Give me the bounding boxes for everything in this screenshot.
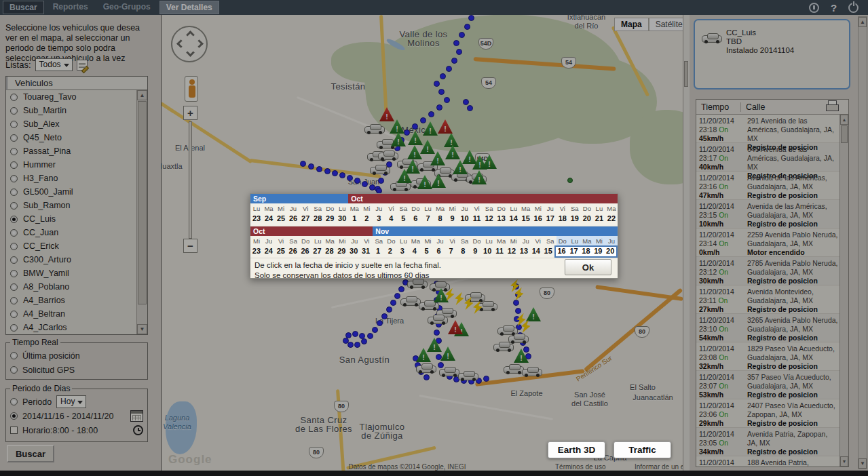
position-row[interactable]: 11/20/201423:07 On53km/h357 Paseo Vía Ac…: [696, 371, 839, 399]
calendar-icon[interactable]: [130, 410, 143, 422]
position-row[interactable]: 11/20/201423:17 On40km/h645 Avenida de l…: [696, 143, 839, 172]
power-icon[interactable]: [848, 3, 858, 13]
map-type-satelite[interactable]: Satélite: [649, 18, 683, 31]
calendar-date-cell[interactable]: 22: [605, 213, 618, 225]
table-scrollbar[interactable]: ▲ ▼: [839, 115, 848, 467]
radio-icon[interactable]: [10, 398, 18, 405]
tab-reportes[interactable]: Reportes: [47, 1, 94, 14]
vehicle-item[interactable]: Sub_Alex: [6, 117, 136, 131]
panel-scrollbar[interactable]: ▲ ▼: [858, 16, 867, 469]
vehicle-radio-icon[interactable]: [10, 216, 18, 223]
calendar-date-cell[interactable]: 6: [433, 245, 445, 258]
zoom-in-button[interactable]: +: [183, 106, 197, 120]
buscar-button[interactable]: Buscar: [7, 445, 54, 462]
vehicle-item[interactable]: C300_Arturo: [6, 253, 136, 266]
calendar-date-cell[interactable]: 5: [421, 245, 433, 258]
ultima-posicion-option[interactable]: Última posición: [10, 349, 143, 363]
vehicle-item[interactable]: Passat_Pina: [6, 144, 136, 158]
scrollbar-thumb[interactable]: [684, 61, 688, 87]
notifications-icon[interactable]: [809, 3, 819, 13]
zoom-slider[interactable]: [189, 121, 192, 239]
calendar-date-cell[interactable]: 24: [263, 245, 275, 258]
zoom-out-button[interactable]: −: [183, 239, 197, 253]
ok-button[interactable]: Ok: [565, 259, 611, 275]
periodo-select[interactable]: Hoy: [56, 395, 86, 408]
calendar-date-cell[interactable]: 3: [373, 213, 385, 225]
periodo-option[interactable]: Periodo Hoy: [10, 395, 143, 409]
radio-icon[interactable]: [10, 412, 18, 420]
clock-icon[interactable]: [133, 425, 143, 435]
calendar-date-cell[interactable]: 10: [459, 213, 471, 225]
calendar-date-cell[interactable]: 26: [299, 245, 312, 258]
calendar-date-cell[interactable]: 20: [581, 213, 593, 225]
calendar-date-cell[interactable]: 1: [372, 245, 384, 258]
vehicle-item[interactable]: CC_Luis: [6, 212, 136, 226]
position-row[interactable]: 11/20/201423:16 On47km/hAvenida de las A…: [696, 172, 839, 200]
calendar-date-cell[interactable]: 7: [445, 245, 457, 258]
calendar-date-cell[interactable]: 13: [518, 245, 530, 258]
calendar-date-cell[interactable]: 23: [250, 213, 263, 225]
calendar-date-cell[interactable]: 27: [312, 245, 324, 258]
street-view-pegman[interactable]: [185, 76, 198, 102]
vehicle-radio-icon[interactable]: [10, 134, 18, 142]
scroll-up-icon[interactable]: ▲: [858, 17, 867, 27]
calendar-date-cell[interactable]: 26: [287, 213, 299, 225]
position-row[interactable]: 11/20/201423:05 On34km/hAvenida Patria, …: [696, 428, 839, 456]
pan-up-icon[interactable]: [186, 31, 195, 39]
calendar-date-cell[interactable]: 19: [569, 213, 581, 225]
calendar-date-cell[interactable]: 19: [592, 245, 604, 258]
edit-list-icon[interactable]: [77, 60, 88, 71]
tab-buscar[interactable]: Buscar: [3, 1, 44, 14]
calendar-date-cell[interactable]: 17: [568, 245, 580, 258]
calendar-date-cell[interactable]: 12: [483, 213, 495, 225]
map-type-mapa[interactable]: Mapa: [614, 18, 649, 31]
radio-icon[interactable]: [10, 366, 18, 374]
help-icon[interactable]: ?: [829, 3, 839, 13]
vehicle-list-scrollbar[interactable]: ▲ ▼: [136, 90, 147, 334]
vehicle-info-card[interactable]: CC_Luis TBD Instalado 20141104: [694, 19, 850, 90]
vehicle-radio-icon[interactable]: [10, 297, 18, 304]
scroll-down-icon[interactable]: ▼: [840, 456, 848, 467]
scrollbar-thumb[interactable]: [841, 125, 848, 143]
calendar-date-cell[interactable]: 3: [396, 245, 409, 258]
terms-link[interactable]: Términos de uso: [555, 463, 605, 471]
page-scrollbar[interactable]: [683, 15, 690, 471]
vehicle-radio-icon[interactable]: [10, 243, 18, 250]
calendar-date-cell[interactable]: 2: [360, 213, 373, 225]
calendar-date-cell[interactable]: 28: [323, 245, 335, 258]
vehicle-radio-icon[interactable]: [10, 94, 18, 101]
horario-option[interactable]: Horario:8:00 - 18:00: [10, 423, 143, 437]
vehicle-item[interactable]: A8_Poblano: [6, 280, 136, 294]
vehicle-item[interactable]: Sub_Martin: [6, 104, 136, 117]
pan-left-icon[interactable]: [176, 39, 185, 48]
calendar-date-cell[interactable]: 8: [434, 213, 446, 225]
calendar-date-cell[interactable]: 6: [409, 213, 421, 225]
vehicle-item[interactable]: Q45_Neto: [6, 131, 136, 144]
vehicle-radio-icon[interactable]: [10, 107, 18, 115]
vehicle-item[interactable]: Touareg_Tavo: [6, 90, 136, 104]
calendar-date-cell[interactable]: 10: [481, 245, 493, 258]
vehicle-item[interactable]: Hummer: [6, 158, 136, 172]
report-error-link[interactable]: Informar de un error de Maps: [635, 463, 683, 471]
vehicle-item[interactable]: Sub_Ramon: [6, 199, 136, 212]
position-row[interactable]: 11/20/201423:12 On30km/h2785 Avenida Pab…: [696, 257, 839, 285]
calendar-date-cell[interactable]: 28: [312, 213, 324, 225]
scroll-up-icon[interactable]: ▲: [840, 115, 848, 125]
calendar-date-cell[interactable]: 21: [593, 213, 605, 225]
calendar-date-cell[interactable]: 15: [520, 213, 532, 225]
calendar-date-cell[interactable]: 29: [324, 213, 336, 225]
calendar-date-cell[interactable]: 18: [556, 213, 569, 225]
print-icon[interactable]: [826, 102, 837, 111]
vehicle-item[interactable]: BMW_Yamil: [6, 266, 136, 280]
calendar-date-cell[interactable]: 7: [421, 213, 434, 225]
vehicle-radio-icon[interactable]: [10, 229, 18, 237]
scroll-down-icon[interactable]: ▼: [137, 324, 147, 334]
vehicle-item[interactable]: CC_Juan: [6, 226, 136, 239]
calendar-date-cell[interactable]: 5: [397, 213, 409, 225]
calendar-date-cell[interactable]: 20: [604, 245, 618, 258]
position-row[interactable]: 11/20/201423:08 On32km/h1829 Paseo Via A…: [696, 342, 839, 371]
calendar-date-cell[interactable]: 1: [348, 213, 360, 225]
solicitud-gps-option[interactable]: Solicitud GPS: [10, 363, 143, 377]
position-row[interactable]: 11/20/201423:15 On10km/hAvenida de las A…: [696, 200, 839, 229]
position-row[interactable]: 11/20/201423:18 On45km/h291 Avenida de l…: [696, 115, 839, 143]
